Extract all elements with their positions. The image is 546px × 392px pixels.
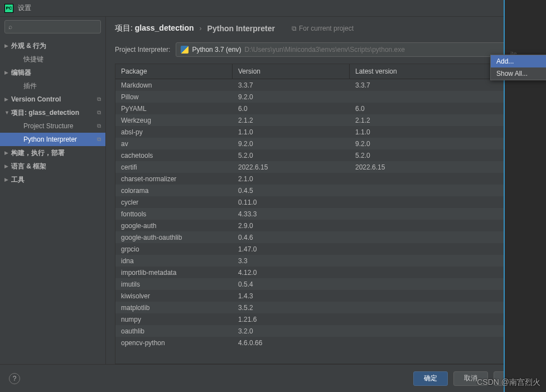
show-all-interpreters-item[interactable]: Show All... [491,67,546,80]
search-icon: ⌕ [8,23,12,31]
sidebar-item[interactable]: ▶Version Control⧉ [0,93,105,106]
ok-button[interactable]: 确定 [413,371,448,386]
remove-package-button[interactable]: － [525,83,533,93]
packages-table[interactable]: Package Version Latest version Markdown3… [115,64,520,364]
sidebar-item-label: Project Structure [23,122,97,130]
sidebar-item-label: 工具 [11,175,101,185]
chevron-down-icon: ▼ [507,47,512,52]
interpreter-select[interactable]: Python 3.7 (env) D:\Users\yun\Miniconda3… [176,42,517,57]
tree-arrow-icon: ▶ [4,96,11,102]
add-interpreter-item[interactable]: Add... [491,55,546,67]
table-row[interactable]: charset-normalizer2.1.0 [115,173,520,185]
search-input[interactable]: ⌕ [4,20,101,33]
table-row[interactable]: Pillow9.2.0 [115,91,520,103]
dialog-footer: ? 确定 取消 应用(A) [0,364,546,392]
sidebar-item-label: Version Control [11,95,97,103]
tree-arrow-icon: ▶ [4,150,11,156]
copy-icon: ⧉ [97,136,101,143]
upgrade-package-button[interactable]: ▲ [525,99,533,108]
sidebar-item-label: 项目: glass_detection [11,108,97,118]
table-row[interactable]: matplotlib3.5.2 [115,302,520,313]
breadcrumb: 项目: glass_detection › Python Interpreter… [106,17,546,38]
gear-icon: ⚙ [527,46,533,54]
tree-arrow-icon: ▶ [4,43,11,49]
table-row[interactable]: grpcio1.47.0 [115,243,520,255]
sidebar-item-label: 编辑器 [11,68,101,78]
sidebar-item[interactable]: ▶外观 & 行为 [0,39,105,52]
sidebar-item-label: 插件 [23,81,101,91]
pycharm-icon: PC [4,4,13,13]
table-row[interactable]: absl-py1.1.01.1.0 [115,126,520,138]
sidebar-item[interactable]: Python Interpreter⧉ [0,133,105,146]
sidebar-item-label: Python Interpreter [23,135,97,143]
table-row[interactable]: PyYAML6.06.0 [115,103,520,114]
title-bar: PC 设置 ✕ [0,0,546,17]
table-row[interactable]: google-auth-oauthlib0.4.6 [115,231,520,243]
table-row[interactable]: importlib-metadata4.12.0 [115,267,520,278]
help-button[interactable]: ? [9,373,20,384]
sidebar-item-label: 快捷键 [23,55,101,64]
sidebar-item[interactable]: ▶构建，执行，部署 [0,146,105,159]
sidebar-item-label: 语言 & 框架 [11,162,101,171]
copy-icon: ⧉ [97,109,101,116]
sidebar-item[interactable]: ▶编辑器 [0,66,105,79]
table-row[interactable]: cachetools5.2.05.2.0 [115,149,520,161]
settings-content: 项目: glass_detection › Python Interpreter… [106,17,546,364]
table-header: Package Version Latest version [115,64,520,79]
sidebar-item-label: 构建，执行，部署 [11,148,101,158]
sidebar-item[interactable]: 快捷键 [0,52,105,66]
copy-icon: ⧉ [97,96,101,103]
show-early-releases-button[interactable]: ◉ [525,113,532,122]
sidebar-item[interactable]: ▼项目: glass_detection⧉ [0,106,105,119]
python-icon [181,46,189,54]
tree-arrow-icon: ▶ [4,177,11,182]
table-row[interactable]: opencv-python4.6.0.66 [115,337,520,349]
watermark: CSDN @南宫烈火 [477,378,540,388]
table-row[interactable]: Werkzeug2.1.22.1.2 [115,114,520,126]
copy-icon: ⧉ [292,25,297,32]
table-row[interactable]: imutils0.5.4 [115,278,520,290]
for-project-label: ⧉ For current project [292,25,354,32]
table-row[interactable]: av9.2.09.2.0 [115,138,520,149]
sidebar-item-label: 外观 & 行为 [11,41,101,51]
table-row[interactable]: Markdown3.3.73.3.7 [115,79,520,91]
sidebar-item[interactable]: ▶语言 & 框架 [0,159,105,173]
sidebar-item[interactable]: ▶工具 [0,173,105,186]
tree-arrow-icon: ▶ [4,163,11,169]
table-row[interactable]: oauthlib3.2.0 [115,325,520,337]
interpreter-label: Project Interpreter: [115,46,170,54]
table-row[interactable]: google-auth2.9.0 [115,220,520,231]
tree-arrow-icon: ▼ [4,110,11,115]
table-row[interactable]: certifi2022.6.152022.6.15 [115,161,520,173]
package-tools: ＋ － ▲ ◉ [520,64,537,364]
settings-sidebar: ⌕ ▶外观 & 行为快捷键▶编辑器插件▶Version Control⧉▼项目:… [0,17,106,364]
tree-arrow-icon: ▶ [4,70,11,75]
table-row[interactable]: fonttools4.33.3 [115,208,520,220]
interpreter-popup: Add... Show All... [490,55,546,80]
window-title: 设置 [18,3,525,13]
sidebar-item[interactable]: Project Structure⧉ [0,119,105,133]
close-icon[interactable]: ✕ [525,4,542,13]
table-row[interactable]: cycler0.11.0 [115,196,520,208]
table-row[interactable]: colorama0.4.5 [115,185,520,196]
table-row[interactable]: kiwisolver1.4.3 [115,290,520,302]
page-title: Python Interpreter [207,24,275,33]
table-row[interactable]: idna3.3 [115,255,520,267]
copy-icon: ⧉ [97,123,101,129]
table-row[interactable]: numpy1.21.6 [115,313,520,325]
sidebar-item[interactable]: 插件 [0,79,105,93]
